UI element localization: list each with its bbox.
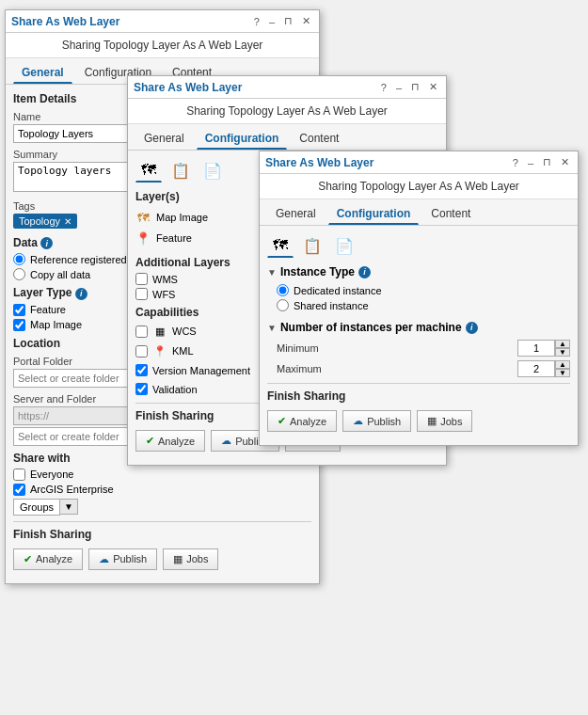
radio-reference-input[interactable] <box>13 253 25 265</box>
radio-copy-label: Copy all data <box>30 269 90 280</box>
analyze-button-1[interactable]: ✔ Analyze <box>13 548 83 570</box>
finish-sharing-1: Finish Sharing ✔ Analyze ☁ Publish ▦ Job… <box>13 521 311 570</box>
cb-arcgis-enterprise[interactable]: ArcGIS Enterprise <box>13 484 311 496</box>
close-icon-3[interactable]: ✕ <box>558 155 572 169</box>
restore-icon-3[interactable]: ⊓ <box>540 155 554 169</box>
tag-close-icon[interactable]: ✕ <box>64 216 72 227</box>
cb-wms-input[interactable] <box>135 273 148 285</box>
close-icon-2[interactable]: ✕ <box>426 80 440 94</box>
cloud-icon-1: ☁ <box>99 553 109 565</box>
radio-shared-input[interactable] <box>277 299 289 311</box>
icon-copy-btn-3[interactable]: 📄 <box>331 233 358 258</box>
cb-wfs-input[interactable] <box>135 288 148 300</box>
finish-sharing-3: Finish Sharing ✔ Analyze ☁ Publish ▦ Job… <box>267 383 570 432</box>
instance-options: Dedicated instance Shared instance <box>267 284 570 311</box>
num-instances-info-icon[interactable]: i <box>466 322 478 334</box>
tab-configuration-2[interactable]: Configuration <box>197 128 288 150</box>
maximum-spin: ▲ ▼ <box>555 360 570 377</box>
dialog-3-title: Share As Web Layer <box>265 156 373 169</box>
minimize-icon-2[interactable]: – <box>393 81 405 94</box>
maximum-row: Maximum ▲ ▼ <box>277 360 570 377</box>
minimum-spin: ▲ ▼ <box>555 340 570 357</box>
minimize-icon-3[interactable]: – <box>525 156 536 169</box>
jobs-icon-1: ▦ <box>173 553 183 565</box>
maximum-input[interactable] <box>517 360 555 377</box>
cloud-icon-3: ☁ <box>353 415 363 427</box>
cb-validation-label: Validation <box>152 384 198 395</box>
tab-general-3[interactable]: General <box>267 203 325 225</box>
publish-button-3[interactable]: ☁ Publish <box>342 410 411 432</box>
groups-arrow-icon[interactable]: ▼ <box>60 499 78 515</box>
jobs-button-3[interactable]: ▦ Jobs <box>417 410 472 432</box>
radio-dedicated-label: Dedicated instance <box>294 285 382 296</box>
layer-map-image-label: Map Image <box>156 212 208 223</box>
radio-shared-label: Shared instance <box>294 300 369 311</box>
dialog-3-subtitle: Sharing Topology Layer As A Web Layer <box>260 174 578 199</box>
cb-validation-input[interactable] <box>135 383 148 395</box>
tab-content-3[interactable]: Content <box>422 203 479 225</box>
cb-kml-input[interactable] <box>135 345 148 358</box>
tag-topology[interactable]: Topology ✕ <box>13 214 77 229</box>
layer-type-info-icon[interactable]: i <box>75 288 87 300</box>
radio-dedicated-input[interactable] <box>277 284 289 296</box>
wcs-icon: ▦ <box>152 325 167 338</box>
instance-type-collapsible[interactable]: ▼ Instance Type i <box>267 265 570 278</box>
jobs-label-1: Jobs <box>186 553 208 564</box>
radio-dedicated[interactable]: Dedicated instance <box>277 284 570 296</box>
cb-map-image-input[interactable] <box>13 319 25 331</box>
button-row-1: ✔ Analyze ☁ Publish ▦ Jobs <box>13 548 311 570</box>
minimum-input[interactable] <box>517 340 555 357</box>
tab-general-1[interactable]: General <box>13 62 72 84</box>
tab-configuration-3[interactable]: Configuration <box>328 203 420 225</box>
analyze-button-2[interactable]: ✔ Analyze <box>135 430 205 452</box>
cb-everyone-input[interactable] <box>13 469 25 481</box>
help-icon-3[interactable]: ? <box>510 156 521 169</box>
minimize-icon[interactable]: – <box>266 15 278 28</box>
dialog-1-title: Share As Web Layer <box>11 15 119 28</box>
tab-general-2[interactable]: General <box>135 128 193 150</box>
dialog-1-controls: ? – ⊓ ✕ <box>251 14 313 28</box>
dialog-3: Share As Web Layer ? – ⊓ ✕ Sharing Topol… <box>259 151 579 446</box>
restore-icon[interactable]: ⊓ <box>281 14 295 28</box>
minimum-up-btn[interactable]: ▲ <box>555 340 570 348</box>
cb-wcs-input[interactable] <box>135 326 148 338</box>
data-info-icon[interactable]: i <box>40 237 53 249</box>
radio-copy-input[interactable] <box>13 268 25 280</box>
close-icon[interactable]: ✕ <box>299 14 313 28</box>
analyze-button-3[interactable]: ✔ Analyze <box>267 410 337 432</box>
icon-layer-btn[interactable]: 📋 <box>167 158 194 183</box>
cb-version-mgmt-input[interactable] <box>135 364 148 376</box>
tab-content-2[interactable]: Content <box>291 128 347 150</box>
num-instances-collapsible[interactable]: ▼ Number of instances per machine i <box>267 321 570 334</box>
maximum-up-btn[interactable]: ▲ <box>555 360 570 369</box>
cb-wms-label: WMS <box>152 274 178 285</box>
publish-button-1[interactable]: ☁ Publish <box>88 548 157 570</box>
icon-row-3: 🗺 📋 📄 <box>267 233 570 258</box>
maximum-label: Maximum <box>277 363 322 374</box>
help-icon-2[interactable]: ? <box>378 81 389 94</box>
instance-type-info-icon[interactable]: i <box>358 266 371 278</box>
dialog-2-tabs: General Configuration Content <box>128 124 446 151</box>
icon-layer-btn-3[interactable]: 📋 <box>299 233 326 258</box>
cb-arcgis-enterprise-input[interactable] <box>13 484 25 496</box>
restore-icon-2[interactable]: ⊓ <box>408 80 422 94</box>
minimum-down-btn[interactable]: ▼ <box>555 348 570 357</box>
dialog-3-tabs: General Configuration Content <box>260 199 578 226</box>
cb-everyone[interactable]: Everyone <box>13 469 311 481</box>
maximum-down-btn[interactable]: ▼ <box>555 369 570 377</box>
cb-feature-input[interactable] <box>13 304 25 316</box>
num-instances-label: Number of instances per machine <box>280 321 462 334</box>
help-icon[interactable]: ? <box>251 15 262 28</box>
icon-copy-btn[interactable]: 📄 <box>199 158 226 183</box>
dialog-1-titlebar: Share As Web Layer ? – ⊓ ✕ <box>6 10 319 33</box>
jobs-button-1[interactable]: ▦ Jobs <box>163 548 218 570</box>
finish-sharing-label-3: Finish Sharing <box>267 389 570 403</box>
analyze-label-2: Analyze <box>158 436 195 447</box>
icon-map-btn[interactable]: 🗺 <box>135 158 162 183</box>
tag-label: Topology <box>19 215 60 227</box>
layer-feature-label: Feature <box>156 232 192 244</box>
radio-shared[interactable]: Shared instance <box>277 299 570 311</box>
groups-button[interactable]: Groups <box>13 499 60 516</box>
icon-map-btn-3[interactable]: 🗺 <box>267 233 294 258</box>
radio-reference-label: Reference registered <box>30 254 127 265</box>
